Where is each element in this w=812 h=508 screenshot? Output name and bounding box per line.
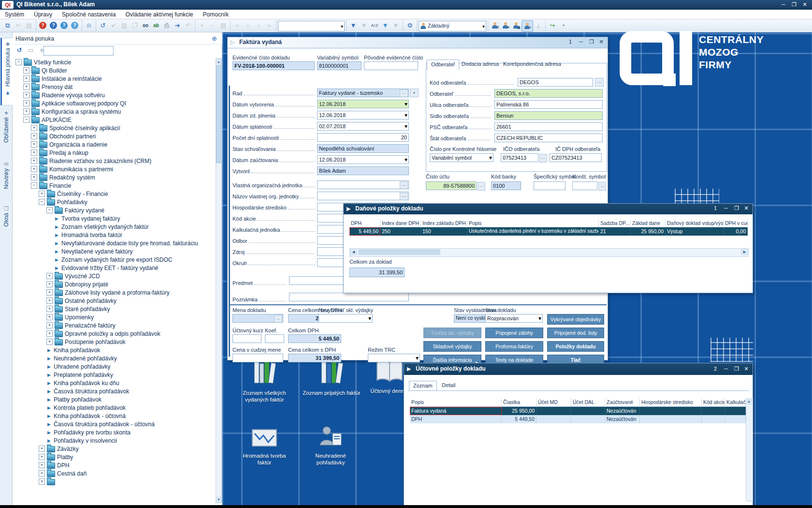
- tax-minimize-icon[interactable]: ─: [721, 204, 731, 213]
- chevron-down-icon[interactable]: ▾: [341, 22, 343, 31]
- expand-box-icon[interactable]: +: [31, 174, 37, 180]
- scroll-up-icon[interactable]: ▲: [746, 398, 752, 405]
- sidebar-tab-hlavna-ponuka[interactable]: ◆Hlavná ponuka▲: [0, 38, 14, 105]
- tree-item-evidovane-trzby-eet-faktury-vydane[interactable]: ▶Evidované tržby EET - faktúry vydané: [14, 264, 215, 272]
- accounting-minimize-icon[interactable]: ─: [721, 364, 731, 374]
- tree-item-obchodni-partneri[interactable]: +Obchodní partneri: [14, 132, 215, 140]
- tree-item-kniha-pohladavok-uctovna[interactable]: ▶Kniha pohľadávok - účtovná: [14, 412, 215, 420]
- button-proformafaktury[interactable]: Proforma-faktúry: [485, 341, 543, 352]
- tree-item-neuhradene-pohladavky[interactable]: ▶Neuhradené pohľadávky: [14, 354, 215, 362]
- tree-item-predaj-a-nakup[interactable]: +Predaj a nákup: [14, 149, 215, 157]
- expand-box-icon[interactable]: +: [23, 75, 29, 82]
- field-kontrolne-hlasenie[interactable]: Variabilní symbol: [430, 153, 493, 162]
- cell[interactable]: Faktura vydaná: [410, 407, 502, 415]
- expand-box-icon[interactable]: +: [31, 125, 37, 131]
- tree-item-tvorba-vydanej-faktury[interactable]: ▶Tvorba vydanej faktúry: [14, 214, 215, 223]
- tree-item-casova-struktura-pohladavok-uctovna[interactable]: ▶Časová štruktúra pohľadávok - účtovná: [14, 420, 215, 428]
- tree-item-postupenie-pohladavok[interactable]: +Postúpenie pohľadávok: [14, 338, 215, 346]
- field-mena-dokladu[interactable]: …: [232, 314, 283, 323]
- cell[interactable]: Nezaúčtován: [605, 415, 640, 423]
- cell[interactable]: 0,00: [724, 227, 748, 236]
- cell[interactable]: 21: [599, 227, 631, 236]
- form-scroll-up-icon[interactable]: ▲: [410, 89, 419, 97]
- settings-gear-icon[interactable]: ⚙: [405, 20, 415, 31]
- quick-search-combo[interactable]: ▾: [278, 21, 345, 31]
- invoice-titlebar[interactable]: ▷ Faktúra vydaná 1 ─ ❐ ✕: [228, 37, 608, 48]
- expand-box-icon[interactable]: +: [46, 330, 53, 337]
- menu-spolocne-nastavenia[interactable]: Spoločné nastavenia: [57, 10, 120, 19]
- app-close-icon[interactable]: ✕: [799, 0, 810, 9]
- cell[interactable]: 5 449,50: [349, 227, 380, 236]
- field-evidencne-cislo-dokladu[interactable]: FV-2018-100-000001: [232, 61, 315, 70]
- accounting-window-titlebar[interactable]: ▶ Účtovné položky dokladu 2 ─ ❐ ✕: [404, 363, 753, 375]
- ellipsis-button[interactable]: …: [400, 90, 408, 97]
- menu-ovladanie-aktivnej-funkcie[interactable]: Ovládanie aktívnej funkcie: [120, 10, 198, 19]
- field-kod-banky[interactable]: 0100: [491, 181, 521, 190]
- tree-item-aplikacie[interactable]: −APLIKÁCIE: [14, 116, 215, 124]
- button-skladove-vydajky[interactable]: Skladové výdajky: [423, 341, 481, 352]
- expand-box-icon[interactable]: +: [46, 306, 53, 312]
- ellipsis-button[interactable]: …: [478, 182, 485, 191]
- tree-item-preplatene-pohladavky[interactable]: ▶Preplatené pohľadávky: [14, 371, 215, 379]
- help-user-icon[interactable]: ?: [70, 20, 80, 31]
- field-kod-odberatela[interactable]: DEGOS: [518, 78, 593, 87]
- collapse-box-icon[interactable]: −: [23, 117, 29, 123]
- shortcut-zoznam-prijatych-faktur[interactable]: Zoznam prijatých faktúr: [303, 359, 361, 396]
- expand-box-icon[interactable]: +: [46, 339, 53, 345]
- nav-last-icon[interactable]: »: [264, 20, 275, 31]
- db-export-icon[interactable]: ➔: [172, 20, 183, 31]
- tree-item-pohladavky-v-insolvencii[interactable]: ▶Pohľadávky v insolvencii: [14, 436, 215, 445]
- globe-icon[interactable]: ⊕: [212, 35, 219, 43]
- field-vlastna-organizacna-jednotka[interactable]: …: [317, 180, 409, 189]
- tree-item-dph[interactable]: +DPH: [14, 461, 215, 469]
- tree-item-casova-struktura-pohladavok[interactable]: ▶Časová štruktúra pohľadávok: [14, 387, 215, 395]
- ellipsis-button[interactable]: …: [598, 182, 606, 191]
- tree-item-kniha-pohladavok[interactable]: ▶Kniha pohľadávok: [14, 346, 215, 354]
- timer-icon[interactable]: ◔: [558, 20, 568, 31]
- field-stav-schvalovania[interactable]: Nepodléhá schvalování: [317, 144, 409, 153]
- cell[interactable]: [536, 415, 571, 423]
- tree-screen-icon[interactable]: ▭: [26, 45, 35, 55]
- cell[interactable]: Nezaúčtován: [605, 407, 640, 415]
- notifications-bell-icon[interactable]: ⍾: [84, 20, 94, 31]
- shortcut-neuhradene-pohladavky[interactable]: Neuhradené pohľadávky: [302, 424, 360, 466]
- tree-item-kniha-pohladavok-ku-dnu[interactable]: ▶Kniha pohľadávok ku dňu: [14, 379, 215, 387]
- button-vykryvane-objednavky[interactable]: Vykrývané objednávky: [547, 314, 604, 325]
- expand-box-icon[interactable]: +: [39, 470, 45, 477]
- tree-search-input[interactable]: [44, 46, 114, 56]
- expand-box-icon[interactable]: +: [39, 462, 45, 468]
- tree-item-organizacia-a-riadenie[interactable]: +Organizácia a riadenie: [14, 140, 215, 149]
- field-specificky-symbol[interactable]: [534, 181, 566, 190]
- field-pocet-dni-splatnosti[interactable]: 20: [317, 133, 409, 142]
- cell[interactable]: [640, 407, 702, 415]
- tree-item-financie[interactable]: −Financie: [14, 181, 215, 190]
- field-stav-dokladu[interactable]: Rozpracován: [485, 314, 543, 323]
- tree-item-prenosy-dat[interactable]: +Prenosy dát: [14, 83, 215, 91]
- column-header-dph-v-cudz[interactable]: DPH v cudz...: [724, 219, 748, 227]
- user-settings-icon[interactable]: ⚙: [490, 20, 500, 31]
- confirm-icon[interactable]: ✔: [108, 20, 119, 31]
- tree-scroll-thumb[interactable]: [216, 65, 222, 163]
- expand-box-icon[interactable]: +: [23, 100, 29, 106]
- menu-system[interactable]: Systém: [0, 10, 29, 19]
- tree-item-redakcny-system[interactable]: +Redakčný systém: [14, 173, 215, 181]
- remove-icon[interactable]: −: [207, 20, 218, 31]
- expand-box-icon[interactable]: +: [23, 84, 29, 90]
- tree-item-nevyfakturovane-dodacie-listy-pre-hromad[interactable]: ▶Nevyfakturované dodacie listy pre hroma…: [14, 239, 215, 247]
- cell[interactable]: 150: [421, 227, 467, 236]
- help-icon[interactable]: ?: [59, 20, 70, 31]
- expand-box-icon[interactable]: +: [31, 141, 37, 148]
- field-ulica-odberatela[interactable]: Palírenská 86: [494, 100, 603, 109]
- ellipsis-button[interactable]: …: [400, 181, 408, 189]
- column-header-popis[interactable]: Popis: [467, 219, 599, 227]
- button-polozky-dokladu[interactable]: Položky dokladu: [547, 341, 604, 352]
- expand-box-icon[interactable]: +: [46, 273, 53, 279]
- tree-item-zoznam-vsetkych-vydanych-faktur[interactable]: ▶Zoznam všetkých vydaných faktúr: [14, 223, 215, 231]
- expand-box-icon[interactable]: +: [46, 289, 53, 296]
- collapse-box-icon[interactable]: −: [39, 199, 45, 205]
- field-koef[interactable]: [265, 334, 284, 343]
- customer-tab-korespondencna-adresa[interactable]: Korešpondenčná adresa: [499, 60, 565, 69]
- shortcut-hromadna-tvorba-faktur[interactable]: Hromadná tvorba faktúr: [235, 424, 293, 466]
- user-confirm-icon[interactable]: ✔: [522, 20, 533, 32]
- tree-item-vyvozne-jcd[interactable]: +Vývozné JCD: [14, 272, 215, 280]
